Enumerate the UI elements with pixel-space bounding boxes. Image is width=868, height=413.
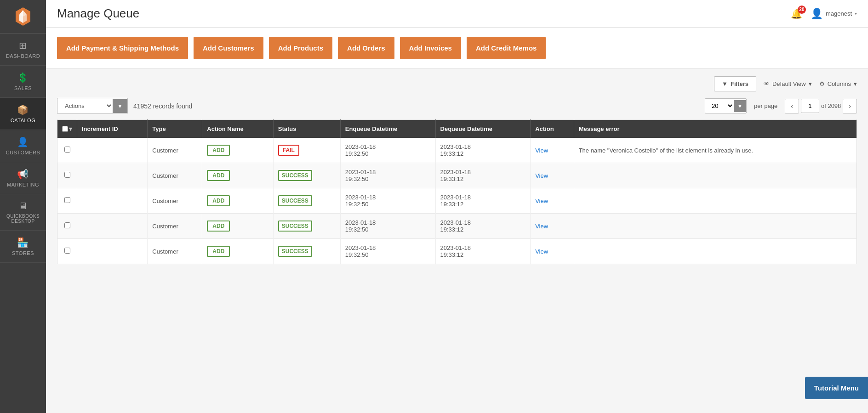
view-link[interactable]: View bbox=[535, 172, 548, 179]
success-badge: SUCCESS bbox=[278, 195, 312, 206]
actions-dropdown-arrow[interactable]: ▼ bbox=[113, 99, 127, 113]
actions-select[interactable]: Actions bbox=[57, 98, 113, 113]
cell-type: Customer bbox=[148, 214, 202, 239]
row-checkbox[interactable] bbox=[64, 248, 70, 254]
sidebar-item-quickbooks[interactable]: 🖥 QUICKBOOKS DESKTOP bbox=[0, 194, 46, 231]
cell-message-error bbox=[574, 163, 857, 188]
sidebar-logo bbox=[0, 0, 46, 34]
add-products-button[interactable]: Add Products bbox=[269, 37, 332, 59]
gear-icon: ⚙ bbox=[819, 80, 825, 87]
tutorial-menu-button[interactable]: Tutorial Menu bbox=[805, 377, 868, 399]
eye-icon: 👁 bbox=[764, 80, 770, 87]
row-checkbox-cell bbox=[57, 138, 77, 163]
user-name: magenest bbox=[826, 10, 852, 17]
table-row: Customer ADD SUCCESS 2023-01-1819:32:50 … bbox=[57, 188, 857, 214]
cell-dequeue-datetime: 2023-01-1819:33:12 bbox=[435, 138, 531, 163]
grid-controls: Actions ▼ 41952 records found 20 50 100 … bbox=[57, 98, 857, 114]
sidebar-item-dashboard[interactable]: ⊞ DASHBOARD bbox=[0, 34, 46, 66]
th-dequeue-datetime: Dequeue Datetime bbox=[435, 120, 531, 138]
sidebar-item-catalog[interactable]: 📦 CATALOG bbox=[0, 98, 46, 130]
add-badge: ADD bbox=[207, 221, 230, 232]
view-link[interactable]: View bbox=[535, 198, 548, 204]
table-header-row: ▾ Increment ID Type Action Name Status E… bbox=[57, 120, 857, 138]
row-checkbox-cell bbox=[57, 188, 77, 214]
cell-action: View bbox=[531, 163, 574, 188]
add-invoices-button[interactable]: Add Invoices bbox=[400, 37, 461, 59]
th-status: Status bbox=[273, 120, 340, 138]
row-checkbox[interactable] bbox=[64, 147, 70, 153]
view-link[interactable]: View bbox=[535, 223, 548, 230]
view-link[interactable]: View bbox=[535, 248, 548, 255]
fail-badge: FAIL bbox=[278, 145, 299, 156]
view-chevron-icon: ▾ bbox=[809, 80, 812, 87]
view-link[interactable]: View bbox=[535, 147, 548, 154]
per-page-select[interactable]: 20 50 100 bbox=[705, 99, 734, 113]
sidebar-item-stores[interactable]: 🏪 STORES bbox=[0, 231, 46, 263]
th-type: Type bbox=[148, 120, 202, 138]
row-checkbox-cell bbox=[57, 239, 77, 264]
page-title: Manage Queue bbox=[57, 6, 139, 21]
page-next-button[interactable]: › bbox=[843, 99, 857, 113]
data-table: ▾ Increment ID Type Action Name Status E… bbox=[57, 119, 857, 264]
th-enqueue-datetime: Enqueue Datetime bbox=[340, 120, 435, 138]
table-row: Customer ADD SUCCESS 2023-01-1819:32:50 … bbox=[57, 163, 857, 188]
customers-icon: 👤 bbox=[17, 136, 29, 147]
add-credit-memos-button[interactable]: Add Credit Memos bbox=[467, 37, 546, 59]
cell-status: FAIL bbox=[273, 138, 340, 163]
sales-icon: 💲 bbox=[17, 72, 29, 83]
magento-logo-icon bbox=[13, 6, 33, 27]
sidebar-item-label: CUSTOMERS bbox=[6, 150, 40, 155]
row-checkbox-cell bbox=[57, 214, 77, 239]
sidebar-item-label: QUICKBOOKS DESKTOP bbox=[2, 214, 44, 224]
row-checkbox[interactable] bbox=[64, 197, 70, 203]
columns-button[interactable]: ⚙ Columns ▾ bbox=[819, 80, 857, 87]
th-checkbox: ▾ bbox=[57, 120, 77, 138]
per-page-label: per page bbox=[754, 102, 777, 109]
top-bar: Manage Queue 🔔 20 👤 magenest ▾ bbox=[46, 0, 868, 28]
sidebar-item-label: STORES bbox=[12, 250, 34, 256]
add-badge: ADD bbox=[207, 195, 230, 206]
success-badge: SUCCESS bbox=[278, 221, 312, 232]
cell-action-name: ADD bbox=[202, 138, 273, 163]
main-content: Manage Queue 🔔 20 👤 magenest ▾ Add Payme… bbox=[46, 0, 868, 413]
user-avatar-icon: 👤 bbox=[811, 8, 823, 20]
notification-bell[interactable]: 🔔 20 bbox=[791, 8, 802, 19]
cell-dequeue-datetime: 2023-01-1819:33:12 bbox=[435, 188, 531, 214]
filters-label: Filters bbox=[731, 80, 748, 87]
view-selector[interactable]: 👁 Default View ▾ bbox=[764, 80, 812, 87]
filters-button[interactable]: ▼ Filters bbox=[714, 76, 756, 91]
cell-enqueue-datetime: 2023-01-1819:32:50 bbox=[340, 214, 435, 239]
grid-controls-right: 20 50 100 ▼ per page ‹ of 2098 › bbox=[705, 98, 857, 113]
page-prev-button[interactable]: ‹ bbox=[785, 99, 799, 113]
cell-status: SUCCESS bbox=[273, 214, 340, 239]
sidebar-item-marketing[interactable]: 📢 MARKETING bbox=[0, 162, 46, 194]
sidebar-item-customers[interactable]: 👤 CUSTOMERS bbox=[0, 130, 46, 162]
add-payment-button[interactable]: Add Payment & Shipping Methods bbox=[57, 37, 188, 59]
cell-message-error: The name "Veronica Costello" of the list… bbox=[574, 138, 857, 163]
user-menu[interactable]: 👤 magenest ▾ bbox=[811, 8, 857, 20]
cell-increment-id bbox=[77, 188, 148, 214]
row-checkbox[interactable] bbox=[64, 172, 70, 178]
cell-message-error bbox=[574, 214, 857, 239]
cell-enqueue-datetime: 2023-01-1819:32:50 bbox=[340, 138, 435, 163]
sidebar-item-sales[interactable]: 💲 SALES bbox=[0, 66, 46, 98]
page-nav: ‹ of 2098 › bbox=[785, 99, 857, 113]
cell-action-name: ADD bbox=[202, 188, 273, 214]
page-number-input[interactable] bbox=[801, 99, 819, 113]
th-message-error: Message error bbox=[574, 120, 857, 138]
add-customers-button[interactable]: Add Customers bbox=[194, 37, 263, 59]
select-all-checkbox[interactable] bbox=[62, 126, 68, 132]
cell-dequeue-datetime: 2023-01-1819:33:12 bbox=[435, 239, 531, 264]
cell-action-name: ADD bbox=[202, 163, 273, 188]
row-checkbox[interactable] bbox=[64, 222, 70, 228]
add-orders-button[interactable]: Add Orders bbox=[338, 37, 394, 59]
per-page-wrapper: 20 50 100 ▼ bbox=[705, 98, 747, 113]
view-label: Default View bbox=[772, 80, 806, 87]
actions-select-wrapper: Actions ▼ bbox=[57, 98, 128, 114]
cell-message-error bbox=[574, 188, 857, 214]
quickbooks-icon: 🖥 bbox=[18, 201, 28, 211]
cell-type: Customer bbox=[148, 239, 202, 264]
per-page-arrow[interactable]: ▼ bbox=[734, 100, 746, 112]
th-checkbox-dropdown[interactable]: ▾ bbox=[69, 125, 72, 132]
add-badge: ADD bbox=[207, 170, 230, 181]
